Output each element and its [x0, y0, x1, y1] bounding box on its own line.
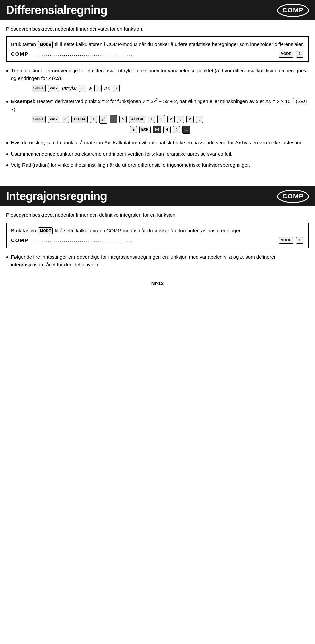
int-bullet-dot-1: • — [6, 254, 9, 261]
key-row-2b: 2 EXP (−) 4 ) = — [11, 126, 309, 134]
spacer-1 — [0, 178, 315, 186]
differensial-header: Differensialregning COMP — [0, 0, 315, 20]
alpha-key-1[interactable]: ALPHA — [71, 116, 88, 123]
differensial-comp-badge: COMP — [277, 4, 309, 17]
integrasjon-intro: Prosedyren beskrevet nedenfor finner den… — [6, 211, 309, 218]
bullet-item-2: • Eksempel: Bestem derivatet ved punkt x… — [6, 97, 309, 135]
comma-key-3[interactable]: , — [177, 116, 184, 123]
comma-key-4[interactable]: , — [196, 116, 203, 123]
bullet-dot-1: • — [6, 67, 9, 74]
bullet-item-5: • Velg Rad (radian) for vinkelenhetsinns… — [6, 161, 309, 169]
alpha-key-2[interactable]: ALPHA — [129, 116, 145, 123]
ddx-key-2[interactable]: d/dx — [48, 116, 59, 123]
bullet-dot-2: • — [6, 98, 9, 105]
bullet-text-5: Velg Rad (radian) for vinkelenhetsinnsti… — [11, 161, 309, 169]
int-mode-key-1[interactable]: MODE — [38, 227, 53, 235]
num-2-key-3[interactable]: 2 — [130, 126, 137, 133]
comp-mode-line: COMP ...................................… — [11, 50, 304, 58]
equals-key[interactable]: = — [182, 126, 190, 134]
integrasjon-box: Bruk tasten MODE til å sette kalkulatore… — [6, 223, 309, 248]
bullet-item-1: • Tre inntastinger er nødvendige for et … — [6, 67, 309, 94]
paren-close-2[interactable]: ) — [173, 126, 180, 133]
integrasjon-header: Integrajonsregning COMP — [0, 186, 315, 206]
page-number: Nr-12 — [0, 278, 315, 291]
paren-close-1[interactable]: ) — [113, 85, 120, 92]
neg-key[interactable]: (−) — [153, 126, 161, 133]
x-key-2[interactable]: X — [148, 116, 155, 123]
comp-dots-1: ........................................… — [35, 50, 278, 58]
comma-key-2[interactable]: , — [94, 85, 102, 92]
box-text1: Bruk tasten — [11, 41, 37, 47]
integrasjon-comp-badge: COMP — [277, 190, 309, 203]
integrasjon-title: Integrajonsregning — [6, 189, 107, 203]
shift-key-1[interactable]: SHIFT — [32, 85, 46, 92]
bullet-text-3: Hvis du ønsker, kan du unnlate å mate in… — [11, 139, 309, 147]
differensial-title: Differensialregning — [6, 3, 107, 17]
int-num-1-key[interactable]: 1 — [296, 237, 303, 244]
a-label: a — [89, 84, 92, 92]
exp-key[interactable]: EXP — [139, 126, 151, 133]
eksempel-label: Eksempel: — [11, 98, 36, 104]
comp-label-1: COMP — [11, 50, 35, 58]
ddx-key-1[interactable]: d/dx — [48, 85, 59, 92]
num-4-key[interactable]: 4 — [163, 126, 171, 133]
differensial-body: Prosedyren beskrevet nedenfor finner der… — [0, 20, 315, 178]
differensial-section: Differensialregning COMP Prosedyren besk… — [0, 0, 315, 178]
int-mode-key-2[interactable]: MODE — [279, 237, 293, 244]
key-row-2a: SHIFT d/dx 3 ALPHA X x2 − 5 ALPHA X + 2 … — [31, 115, 309, 123]
integrasjon-section: Integrajonsregning COMP Prosedyren beskr… — [0, 186, 315, 278]
mode-key-2[interactable]: MODE — [279, 51, 293, 58]
bullet-item-4: • Usammenhengende punkter og ekstreme en… — [6, 150, 309, 158]
num-5-key[interactable]: 5 — [119, 116, 127, 123]
bullet-text-1: Tre inntastinger er nødvendige for et di… — [11, 67, 309, 94]
key-row-1: SHIFT d/dx uttrykk , a , Δx ) — [31, 84, 309, 92]
int-box-text1: Bruk tasten — [11, 228, 37, 233]
bullet-text-4: Usammenhengende punkter og ekstreme endr… — [11, 150, 309, 158]
num-1-key[interactable]: 1 — [296, 51, 303, 58]
bullet-dot-5: • — [6, 162, 9, 169]
x-key-1[interactable]: X — [90, 116, 97, 123]
int-bullet-text-1: Følgende fire inntastinger er nødvendige… — [11, 253, 309, 269]
bullet-text-2: Eksempel: Bestem derivatet ved punkt x =… — [11, 97, 309, 135]
xsq-key[interactable]: x2 — [99, 115, 107, 123]
int-comp-mode-line: COMP ...................................… — [11, 237, 304, 244]
int-box-text2: til å sette kalkulatoren i COMP-modus nå… — [55, 228, 242, 233]
plus-key[interactable]: + — [157, 115, 165, 123]
box-text2: til å sette kalkulatoren i COMP-modus nå… — [55, 41, 304, 47]
int-comp-dots: ........................................… — [35, 237, 278, 244]
int-comp-label: COMP — [11, 237, 35, 244]
num-3-key[interactable]: 3 — [62, 116, 69, 123]
bullet-dot-4: • — [6, 151, 9, 158]
integrasjon-body: Prosedyren beskrevet nedenfor finner den… — [0, 206, 315, 278]
num-2-key-1[interactable]: 2 — [167, 116, 175, 123]
uttrykk-label: uttrykk — [62, 84, 76, 92]
differensial-intro: Prosedyren beskrevet nedenfor finner der… — [6, 25, 309, 32]
bullet-dot-3: • — [6, 139, 9, 147]
mode-key-1[interactable]: MODE — [38, 41, 53, 48]
bullet-item-3: • Hvis du ønsker, kan du unnlate å mate … — [6, 139, 309, 147]
shift-key-2[interactable]: SHIFT — [32, 116, 46, 123]
deltax-label: Δx — [104, 84, 110, 92]
differensial-box: Bruk tasten MODE til å sette kalkulatore… — [6, 36, 309, 62]
minus-key[interactable]: − — [110, 115, 117, 123]
int-bullet-item-1: • Følgende fire inntastinger er nødvendi… — [6, 253, 309, 269]
num-2-key-2[interactable]: 2 — [186, 116, 194, 123]
comma-key-1[interactable]: , — [79, 85, 86, 92]
